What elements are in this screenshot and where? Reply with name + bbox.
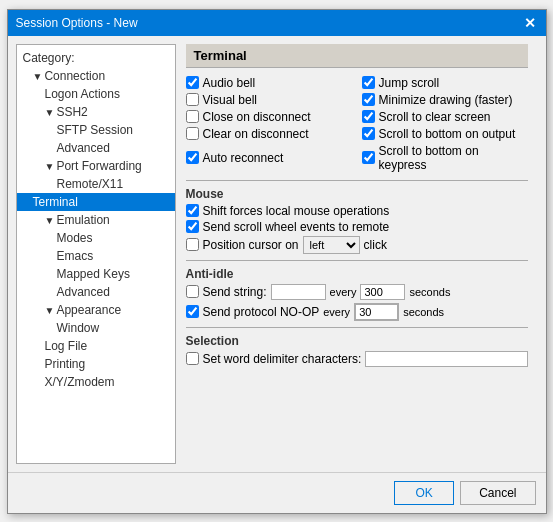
position-cursor-row: Position cursor on left right center cli… [186,236,528,254]
minimize-drawing-row: Minimize drawing (faster) [362,93,528,107]
clear-disconnect-checkbox[interactable] [186,127,199,140]
scroll-bottom-output-checkbox[interactable] [362,127,375,140]
sidebar-item-logon-actions[interactable]: Logon Actions [17,85,175,103]
section-header: Terminal [186,44,528,68]
anti-idle-section: Anti-idle Send string: every seconds Sen… [186,267,528,321]
scroll-clear-label[interactable]: Scroll to clear screen [379,110,491,124]
divider2 [186,260,528,261]
sidebar-item-ssh2[interactable]: ▼SSH2 [17,103,175,121]
sidebar-item-sftp-session[interactable]: SFTP Session [17,121,175,139]
anti-idle-title: Anti-idle [186,267,528,281]
close-button[interactable]: ✕ [522,16,538,30]
category-label: Category: [17,49,175,67]
clear-disconnect-row: Clear on disconnect [186,127,352,141]
sidebar-item-appearance[interactable]: ▼Appearance [17,301,175,319]
visual-bell-checkbox[interactable] [186,93,199,106]
dialog-body: Category: ▼Connection Logon Actions ▼SSH… [8,36,546,472]
session-options-dialog: Session Options - New ✕ Category: ▼Conne… [7,9,547,514]
send-scroll-checkbox[interactable] [186,220,199,233]
set-word-input[interactable] [365,351,527,367]
send-string-row: Send string: every seconds [186,284,528,300]
jump-scroll-row: Jump scroll [362,76,528,90]
audio-bell-checkbox[interactable] [186,76,199,89]
sidebar-item-xy-zmodem[interactable]: X/Y/Zmodem [17,373,175,391]
send-string-input[interactable] [271,284,326,300]
close-disconnect-row: Close on disconnect [186,110,352,124]
sidebar-item-emulation[interactable]: ▼Emulation [17,211,175,229]
jump-scroll-label[interactable]: Jump scroll [379,76,440,90]
close-disconnect-label[interactable]: Close on disconnect [203,110,311,124]
auto-reconnect-row: Auto reconnect [186,144,352,172]
close-disconnect-checkbox[interactable] [186,110,199,123]
scroll-bottom-keypress-label[interactable]: Scroll to bottom on keypress [379,144,528,172]
jump-scroll-checkbox[interactable] [362,76,375,89]
send-string-count[interactable] [360,284,405,300]
position-select[interactable]: left right center [303,236,360,254]
set-word-row: Set word delimiter characters: [186,351,528,367]
send-protocol-seconds: seconds [403,306,444,318]
main-panel: Terminal Audio bell Jump scroll Visual b… [176,44,538,464]
scroll-bottom-output-row: Scroll to bottom on output [362,127,528,141]
sidebar-item-emacs[interactable]: Emacs [17,247,175,265]
send-string-checkbox[interactable] [186,285,199,298]
minimize-drawing-label[interactable]: Minimize drawing (faster) [379,93,513,107]
send-scroll-label[interactable]: Send scroll wheel events to remote [203,220,390,234]
mouse-section: Mouse Shift forces local mouse operation… [186,187,528,254]
send-protocol-row: Send protocol NO-OP every seconds [186,303,528,321]
visual-bell-row: Visual bell [186,93,352,107]
send-scroll-row: Send scroll wheel events to remote [186,220,528,234]
sidebar-item-modes[interactable]: Modes [17,229,175,247]
send-protocol-every: every [323,306,350,318]
set-word-label[interactable]: Set word delimiter characters: [203,352,362,366]
selection-section: Selection Set word delimiter characters: [186,334,528,367]
auto-reconnect-label[interactable]: Auto reconnect [203,151,284,165]
scroll-bottom-output-label[interactable]: Scroll to bottom on output [379,127,516,141]
scroll-bottom-keypress-checkbox[interactable] [362,151,375,164]
scroll-clear-checkbox[interactable] [362,110,375,123]
options-grid: Audio bell Jump scroll Visual bell Minim… [186,76,528,172]
send-string-every: every [330,286,357,298]
minimize-drawing-checkbox[interactable] [362,93,375,106]
send-protocol-count[interactable] [354,303,399,321]
ok-button[interactable]: OK [394,481,454,505]
shift-forces-checkbox[interactable] [186,204,199,217]
mouse-title: Mouse [186,187,528,201]
send-string-label[interactable]: Send string: [203,285,267,299]
title-bar: Session Options - New ✕ [8,10,546,36]
category-panel: Category: ▼Connection Logon Actions ▼SSH… [16,44,176,464]
scroll-clear-row: Scroll to clear screen [362,110,528,124]
sidebar-item-connection[interactable]: ▼Connection [17,67,175,85]
audio-bell-label[interactable]: Audio bell [203,76,256,90]
selection-title: Selection [186,334,528,348]
shift-forces-label[interactable]: Shift forces local mouse operations [203,204,390,218]
scroll-bottom-keypress-row: Scroll to bottom on keypress [362,144,528,172]
auto-reconnect-checkbox[interactable] [186,151,199,164]
divider3 [186,327,528,328]
click-label: click [364,238,387,252]
shift-forces-row: Shift forces local mouse operations [186,204,528,218]
sidebar-item-window[interactable]: Window [17,319,175,337]
cancel-button[interactable]: Cancel [460,481,535,505]
set-word-checkbox[interactable] [186,352,199,365]
audio-bell-row: Audio bell [186,76,352,90]
visual-bell-label[interactable]: Visual bell [203,93,257,107]
sidebar-item-printing[interactable]: Printing [17,355,175,373]
dialog-title: Session Options - New [16,16,138,30]
sidebar-item-terminal[interactable]: Terminal [17,193,175,211]
position-cursor-label[interactable]: Position cursor on [203,238,299,252]
send-string-seconds: seconds [409,286,450,298]
divider1 [186,180,528,181]
send-protocol-label[interactable]: Send protocol NO-OP [203,305,320,319]
sidebar-item-advanced2[interactable]: Advanced [17,283,175,301]
sidebar-item-log-file[interactable]: Log File [17,337,175,355]
position-cursor-checkbox[interactable] [186,238,199,251]
dialog-footer: OK Cancel [8,472,546,513]
sidebar-item-remote-x11[interactable]: Remote/X11 [17,175,175,193]
sidebar-item-advanced[interactable]: Advanced [17,139,175,157]
clear-disconnect-label[interactable]: Clear on disconnect [203,127,309,141]
sidebar-item-mapped-keys[interactable]: Mapped Keys [17,265,175,283]
sidebar-item-port-forwarding[interactable]: ▼Port Forwarding [17,157,175,175]
send-protocol-checkbox[interactable] [186,305,199,318]
